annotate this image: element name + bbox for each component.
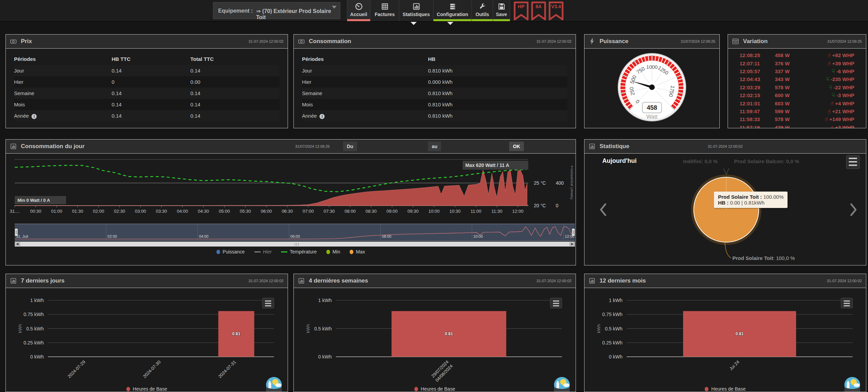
variation-tariff: HP: [847, 116, 854, 122]
legend-marker: [281, 251, 287, 252]
timestamp: 31/07/2024 12:09:25: [827, 39, 862, 43]
svg-text:09:00: 09:00: [387, 209, 398, 214]
thumb-up-icon: ☝: [830, 124, 834, 128]
variation-delta: ☝+149 W: [808, 116, 847, 122]
info-icon[interactable]: i: [32, 114, 37, 119]
thumb-up-icon: ☝: [828, 52, 831, 58]
weather-icon[interactable]: [266, 377, 282, 392]
main-menu: Accueil Factures Statistiques Configurat…: [347, 0, 510, 21]
info-icon[interactable]: i: [319, 114, 325, 119]
legend-item-puissance[interactable]: Puissance: [216, 249, 245, 254]
menu-label: Save: [496, 12, 507, 17]
navigator-handle-right[interactable]: [572, 228, 575, 236]
scrollbar-grip: [295, 243, 299, 246]
panel-header: Puissance 31/07/2024 12:09:25: [584, 35, 719, 49]
tooltip-tariff-value: 0.00 | 0.81kWh: [730, 200, 765, 206]
date-from-button[interactable]: Du: [343, 142, 357, 151]
table-row: Semaine0.810 kWh: [302, 88, 567, 99]
thumb-up-icon: ☝: [828, 108, 831, 115]
panel-title: 4 dernières semaines: [309, 277, 368, 284]
panel-title: Consommation du jour: [21, 143, 85, 150]
seven-days-bar-chart: 0 kWh0.25 kWh0.5 kWh0.75 kWh1 kWhkWh2024…: [9, 292, 285, 384]
active-underline: [472, 19, 493, 21]
equipment-value: ⇒ (70) Extérieur Prod Solaire Toit: [256, 8, 340, 21]
timestamp: 31-07-2024 12:00:02: [249, 279, 284, 283]
svg-text:Puissance (Watt): Puissance (Watt): [570, 166, 573, 199]
svg-text:0.75 kWh: 0.75 kWh: [24, 312, 44, 317]
svg-text:1000: 1000: [646, 64, 657, 70]
svg-text:0 kWh: 0 kWh: [318, 354, 332, 360]
date-from-input[interactable]: [359, 142, 422, 151]
svg-text:0.5 kWh: 0.5 kWh: [605, 326, 622, 331]
svg-text:Min 0 Watt / 0 A: Min 0 Watt / 0 A: [17, 198, 50, 203]
legend-label: Max: [356, 249, 365, 254]
timestamp: 31/07/2024 12:09:25: [295, 144, 330, 148]
scroll-left-arrow-icon[interactable]: ◀: [15, 241, 20, 247]
table-row: Jour0.140.14: [14, 65, 279, 76]
variation-delta: ☝+39 W: [808, 60, 847, 67]
chart-legend[interactable]: Heures de Base: [294, 386, 576, 392]
period-label: Hier: [14, 79, 112, 85]
tooltip-percent: 100.00%: [763, 194, 783, 200]
period-label: Hier: [302, 79, 428, 85]
svg-text:10:00: 10:00: [428, 209, 440, 214]
variation-row: 12:02:15600 W☟-3 WHP: [728, 91, 866, 99]
consommation-panel: Consommation 31-07-2024 12:00:02 Période…: [293, 34, 576, 128]
legend-item-min[interactable]: Min: [326, 249, 340, 254]
svg-text:0.25 kWh: 0.25 kWh: [24, 340, 44, 345]
date-to-button[interactable]: au: [428, 142, 441, 151]
value-cell: 0.810 kWh: [428, 90, 531, 96]
ok-button[interactable]: OK: [509, 142, 524, 151]
chart-scrollbar[interactable]: ◀ ▶: [15, 241, 575, 247]
navigator-preview: 31. Juil02:0004:0006:0008:0010:0012:00: [15, 224, 575, 240]
chart-legend[interactable]: Heures de Base: [6, 386, 288, 392]
date-to-input[interactable]: [444, 142, 507, 151]
svg-text:kWh: kWh: [17, 324, 23, 333]
svg-text:10:30: 10:30: [449, 209, 461, 214]
table-row: Mois0.810 kWh: [302, 99, 567, 110]
panel-title: Prix: [21, 38, 32, 45]
menu-item-factures[interactable]: Factures: [370, 0, 399, 21]
svg-text:08:30: 08:30: [366, 209, 377, 214]
carousel-left-arrow[interactable]: [600, 203, 607, 217]
scrollbar-thumb[interactable]: [20, 241, 570, 247]
table-row: Mois0.140.14: [14, 99, 279, 110]
equipment-selector[interactable]: Equipement : ⇒ (70) Extérieur Prod Solai…: [213, 2, 340, 19]
chart-legend[interactable]: Heures de Base: [584, 386, 866, 392]
menu-item-statistiques[interactable]: Statistiques: [399, 0, 433, 21]
thumb-down-icon: ☟: [832, 92, 835, 99]
prix-panel: Prix 31-07-2024 12:00:02 PériodesHB TTCT…: [5, 34, 288, 128]
svg-text:400: 400: [556, 180, 564, 186]
menu-item-configuration[interactable]: Configuration: [433, 0, 471, 21]
panel-title: Statistique: [600, 143, 629, 150]
carousel-right-arrow[interactable]: [850, 203, 857, 217]
menu-item-outils[interactable]: Outils: [471, 0, 493, 21]
navigator-handle-left[interactable]: [15, 228, 18, 236]
legend-label: Puissance: [223, 249, 245, 254]
equipment-label: Equipement :: [218, 8, 253, 14]
legend-marker: [414, 387, 418, 391]
weather-icon[interactable]: [554, 377, 570, 392]
chart-navigator[interactable]: 31. Juil02:0004:0006:0008:0010:0012:00: [15, 224, 575, 241]
scroll-right-arrow-icon[interactable]: ▶: [570, 241, 575, 247]
legend-item-température[interactable]: Température: [281, 249, 317, 254]
chart-icon: [589, 277, 595, 284]
weather-icon[interactable]: [844, 377, 860, 392]
variation-tariff: HP: [847, 108, 854, 114]
legend-item-max[interactable]: Max: [350, 249, 365, 254]
status-badges: HP 8A V3.4: [513, 1, 564, 21]
period-label: Jour: [14, 68, 112, 74]
value-cell: 0.14: [190, 90, 259, 96]
menu-item-accueil[interactable]: Accueil: [347, 0, 370, 21]
menu-label: Configuration: [437, 12, 468, 17]
legend-item-hier[interactable]: Hier: [254, 249, 272, 254]
svg-text:0 kWh: 0 kWh: [30, 354, 44, 360]
menu-item-save[interactable]: Save: [493, 0, 510, 21]
svg-text:2024-07-29: 2024-07-29: [66, 360, 86, 379]
timestamp: 31-07-2024 12:00:02: [249, 39, 284, 43]
variation-time: 11:57:19: [740, 125, 775, 128]
four-weeks-bar-chart: 0 kWh0.5 kWh1 kWhkWh29/07/202404/08/2024…: [297, 292, 573, 384]
server-icon: [449, 2, 457, 11]
svg-text:06:30: 06:30: [282, 209, 293, 214]
value-cell: 0.000 kWh: [428, 79, 531, 85]
